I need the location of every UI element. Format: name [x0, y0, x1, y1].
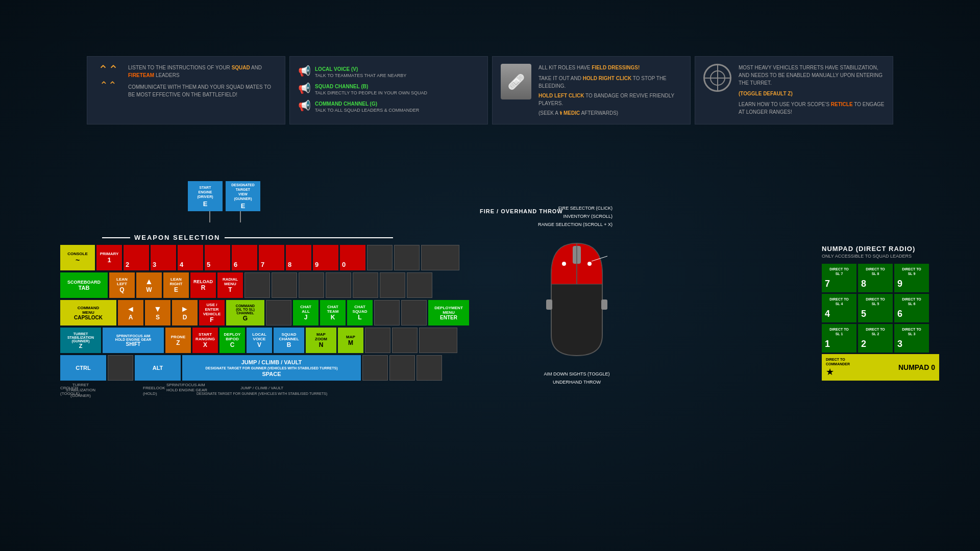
squad-channel-desc: TALK DIRECTLY TO PEOPLE IN YOUR OWN SQUA… — [315, 90, 427, 95]
key-space[interactable]: JUMP / CLIMB / VAULT DESIGNATE TARGET FO… — [182, 355, 361, 381]
weapon-selection-text: WEAPON SELECTION — [134, 234, 220, 241]
key-backspace[interactable] — [421, 245, 459, 270]
numpad-key-commander[interactable]: DIRECT TOCOMMANDER ★ NUMPAD 0 — [822, 354, 939, 381]
key-4[interactable]: 4 — [178, 245, 203, 270]
numpad-grid: DIRECT TOSL 7 7 DIRECT TOSL 8 8 DIRECT T… — [822, 264, 939, 353]
key-win[interactable] — [108, 355, 133, 381]
info-panels: ⌃⌃ ⌃⌃ LISTEN TO THE INSTRUCTIONS OF YOUR… — [0, 51, 980, 130]
key-move-back[interactable]: ▼ S — [145, 300, 170, 325]
key-radial-menu[interactable]: RADIALMENU T — [217, 272, 243, 298]
key-designated-target[interactable]: DESIGNATEDTARGETVIEW(GUNNER) E — [226, 181, 260, 211]
key-rshift[interactable] — [419, 328, 457, 353]
key-reload[interactable]: RELOAD R — [190, 272, 216, 298]
squad-channel-label: SQUAD CHANNEL (B) — [315, 84, 368, 89]
key-semicolon[interactable] — [374, 300, 400, 325]
numpad-key-3[interactable]: DIRECT TOSL 3 3 — [894, 324, 929, 353]
numpad-subtitle: ONLY ACCESSIBLE TO SQUAD LEADERS — [822, 254, 939, 259]
key-chat-squad[interactable]: CHATSQUAD L — [347, 300, 373, 325]
key-lbracket[interactable] — [380, 272, 405, 298]
numpad-key-4[interactable]: DIRECT TOSL 4 4 — [822, 294, 856, 322]
key-move-forward[interactable]: ▲ W — [136, 272, 162, 298]
key-command-menu[interactable]: COMMANDMENU CAPSLOCK — [60, 300, 116, 325]
key-use-enter[interactable]: USE /ENTERVEHICLE F — [199, 300, 225, 325]
command-channel-label: COMMAND CHANNEL (G) — [315, 101, 377, 107]
key-5[interactable]: 5 — [205, 245, 230, 270]
jump-label: JUMP / CLIMB / VAULTDESIGNATE TARGET FOR… — [197, 385, 327, 396]
voice-command: 📢 COMMAND CHANNEL (G) TALK TO ALL SQUAD … — [298, 98, 479, 113]
key-start-engine[interactable]: STARTENGINE(DRIVER) E — [188, 181, 223, 211]
key-primary[interactable]: PRIMARY 1 — [96, 245, 122, 270]
key-alt[interactable]: ALT — [135, 355, 181, 381]
key-console[interactable]: CONSOLE ~ — [60, 245, 95, 270]
panel-field-dressings: 🩹 ALL KIT ROLES HAVE FIELD DRESSINGS! TA… — [492, 56, 691, 124]
key-row-1: CONSOLE ~ PRIMARY 1 2 3 4 5 6 7 8 9 0 — [60, 245, 459, 270]
key-scoreboard[interactable]: SCOREBOARD TAB — [60, 272, 108, 298]
key-move-left[interactable]: ◄ A — [118, 300, 143, 325]
key-ctrl[interactable]: CTRL — [60, 355, 106, 381]
key-prone[interactable]: PRONE Z — [165, 328, 191, 353]
key-comma[interactable] — [365, 328, 390, 353]
key-command-channel[interactable]: COMMAND(GL TO SL)CHANNEL G — [226, 300, 264, 325]
numpad-area: NUMPAD (DIRECT RADIO) ONLY ACCESSIBLE TO… — [822, 245, 939, 381]
numpad-title: NUMPAD (DIRECT RADIO) — [822, 245, 939, 253]
key-apostrophe[interactable] — [401, 300, 427, 325]
numpad-key-8[interactable]: DIRECT TOSL 8 8 — [858, 264, 893, 292]
key-2[interactable]: 2 — [124, 245, 149, 270]
key-chat-team[interactable]: CHATTEAM K — [320, 300, 346, 325]
key-lean-right[interactable]: LEANRIGHT E — [163, 272, 189, 298]
key-turret-stabilization[interactable]: TURRETSTABILIZATION(GUNNER) Z — [60, 328, 101, 353]
key-rbracket[interactable] — [407, 272, 432, 298]
mouse-top-labels: FIRE SELECTOR (CLICK) INVENTORY (SCROLL)… — [536, 204, 612, 229]
key-h[interactable] — [266, 300, 291, 325]
numpad-key-9[interactable]: DIRECT TOSL 9 9 — [894, 264, 929, 292]
key-squad-channel[interactable]: SQUADCHANNEL B — [274, 328, 304, 353]
key-row-2: SCOREBOARD TAB LEANLEFT Q ▲ W LEANRIGHT … — [60, 272, 432, 298]
key-p[interactable] — [353, 272, 378, 298]
key-0[interactable]: 0 — [340, 245, 365, 270]
key-y[interactable] — [244, 272, 270, 298]
svg-rect-3 — [601, 299, 607, 310]
key-row-4: TURRETSTABILIZATION(GUNNER) Z SPRINT/FOC… — [60, 328, 457, 353]
panel-voice: 📢 LOCAL VOICE (V) TALK TO TEAMMATES THAT… — [289, 56, 488, 124]
voice-icon-local: 📢 — [298, 65, 311, 77]
key-u[interactable] — [272, 272, 297, 298]
key-o[interactable] — [326, 272, 351, 298]
key-map-zoom[interactable]: MAPZOOM N — [306, 328, 336, 353]
key-equals[interactable] — [394, 245, 420, 270]
key-start-ranging[interactable]: STARTRANGING X — [192, 328, 218, 353]
key-i[interactable] — [299, 272, 324, 298]
key-period[interactable] — [392, 328, 418, 353]
panel-stabilization: MOST HEAVY VEHICLES TURRETS HAVE STABILI… — [695, 56, 893, 124]
freelook-label: FREELOOK(HOLD) — [143, 385, 165, 396]
numpad-key-1[interactable]: DIRECT TOSL 1 1 — [822, 324, 856, 353]
key-rctrl[interactable] — [416, 355, 442, 381]
key-7[interactable]: 7 — [259, 245, 284, 270]
key-rmenu[interactable] — [389, 355, 415, 381]
key-local-voice[interactable]: LOCALVOICE V — [247, 328, 272, 353]
numpad-key-7[interactable]: DIRECT TOSL 7 7 — [822, 264, 856, 292]
key-8[interactable]: 8 — [286, 245, 311, 270]
mouse-bottom-labels: AIM DOWN SIGHTS (TOGGLE) UNDERHAND THROW — [536, 370, 618, 386]
voice-local: 📢 LOCAL VOICE (V) TALK TO TEAMMATES THAT… — [298, 64, 479, 78]
key-dash[interactable] — [367, 245, 393, 270]
key-lean-left[interactable]: LEANLEFT Q — [109, 272, 135, 298]
key-chat-all[interactable]: CHATALL J — [293, 300, 318, 325]
key-move-right[interactable]: ► D — [172, 300, 198, 325]
fire-selector-label: FIRE SELECTOR (CLICK) — [536, 204, 612, 212]
numpad-key-5[interactable]: DIRECT TOSL 5 5 — [858, 294, 893, 322]
bandage-icon: 🩹 — [501, 64, 531, 99]
numpad-key-6[interactable]: DIRECT TOSL 6 6 — [894, 294, 929, 322]
key-6[interactable]: 6 — [232, 245, 257, 270]
key-9[interactable]: 9 — [313, 245, 338, 270]
key-ralt[interactable] — [362, 355, 388, 381]
key-deployment-menu[interactable]: DEPLOYMENTMENU ENTER — [428, 300, 469, 325]
aim-down-sights-label: AIM DOWN SIGHTS (TOGGLE) — [536, 370, 618, 378]
key-row-5: CTRL ALT JUMP / CLIMB / VAULT DESIGNATE … — [60, 355, 442, 381]
key-row-3: COMMANDMENU CAPSLOCK ◄ A ▼ S ► D USE /EN… — [60, 300, 469, 325]
numpad-key-2[interactable]: DIRECT TOSL 2 2 — [858, 324, 893, 353]
key-3[interactable]: 3 — [151, 245, 176, 270]
svg-point-5 — [587, 262, 592, 266]
key-map[interactable]: MAP M — [338, 328, 363, 353]
key-sprint[interactable]: SPRINT/FOCUS AIMHOLD ENGINE GEAR SHIFT — [103, 328, 164, 353]
key-deploy-bipod[interactable]: DEPLOYBIPOD C — [219, 328, 245, 353]
